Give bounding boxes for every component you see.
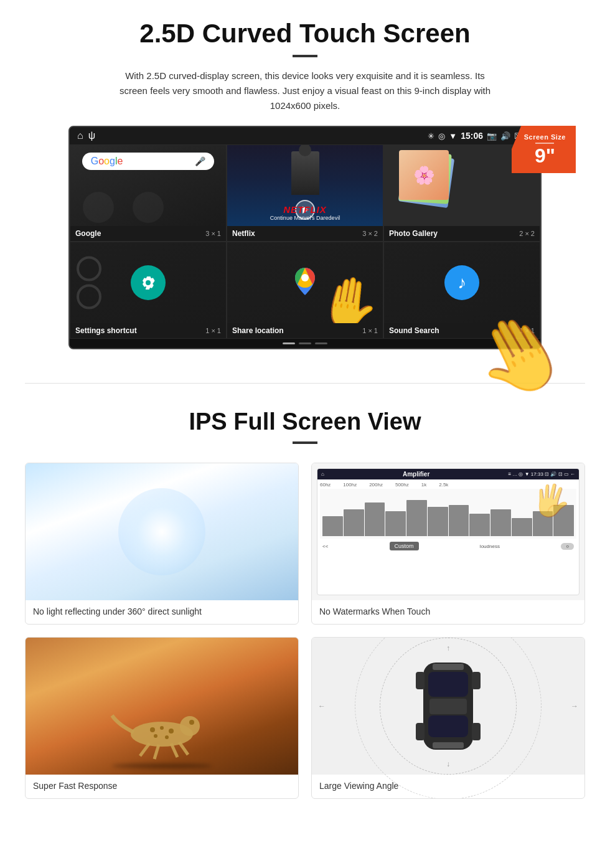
status-bar: ⌂ ψ ✳ ◎ ▼ 15:06 📷 🔊 ☒ ▭: [70, 127, 540, 144]
device-container: Screen Size 9" ⌂ ψ ✳ ◎ ▼ 15:06 📷 🔊 ☒: [68, 126, 542, 349]
svg-line-9: [140, 743, 149, 756]
share-cell-inner: 🤚: [227, 242, 383, 323]
cheetah-shadow: [112, 763, 212, 768]
eq-bar-4: [385, 511, 406, 536]
app-grid-row1: Google 🎤 Google 3 × 1: [70, 144, 540, 242]
eq-freq-200: 200hz: [369, 482, 383, 488]
g-blue: G: [91, 156, 98, 166]
svg-line-12: [179, 742, 188, 755]
eq-bar-10: [512, 518, 532, 536]
share-label-text: Share location: [232, 326, 284, 335]
device-screen: ⌂ ψ ✳ ◎ ▼ 15:06 📷 🔊 ☒ ▭: [68, 126, 542, 349]
eq-toggle[interactable]: ○: [561, 543, 574, 550]
app-grid-row2: Settings shortcut 1 × 1: [70, 242, 540, 339]
usb-icon: ψ: [88, 130, 95, 141]
g-red2: e: [117, 156, 123, 166]
eq-footer: << Custom loudness ○: [320, 540, 576, 552]
svg-point-8: [189, 720, 194, 725]
music-note-icon: ♪: [458, 273, 466, 293]
badge-divider: [535, 143, 554, 144]
svg-point-2: [150, 727, 155, 732]
settings-cell-inner: [70, 242, 226, 323]
nav-dot-1: [283, 342, 295, 344]
google-logo: Google: [91, 156, 123, 167]
google-label-text: Google: [75, 229, 101, 238]
eq-freq-500: 500hz: [395, 482, 409, 488]
sound-label-text: Sound Search: [389, 326, 439, 335]
sunlight-caption: No light reflecting under 360° direct su…: [26, 600, 298, 624]
gallery-label-text: Photo Gallery: [389, 229, 438, 238]
watermarks-image: ⌂ Amplifier ≡ … ◎ ▼ 17:33 ⊡ 🔊 ⊡ ▭ ← 60hz…: [312, 463, 584, 600]
netflix-logo: NETFLIX: [227, 204, 383, 215]
hand-pointing-icon: 🤚: [313, 269, 383, 323]
angle-label-right: →: [571, 702, 578, 710]
eq-bar-5: [406, 500, 427, 536]
title-divider: [293, 55, 317, 57]
gmaps-icon: [289, 265, 321, 298]
google-search-bar[interactable]: Google 🎤: [82, 153, 215, 170]
eq-bar-1: [322, 516, 343, 536]
cheetah-image: [26, 638, 298, 775]
eq-status-home: ⌂: [321, 471, 324, 477]
feature-card-cheetah: Super Fast Response: [25, 637, 299, 799]
app-cell-settings[interactable]: Settings shortcut 1 × 1: [70, 242, 227, 339]
app-cell-share[interactable]: 🤚 Share location 1 × 1: [227, 242, 383, 339]
nav-dot-3: [315, 342, 327, 344]
eq-bar-8: [469, 514, 490, 536]
cheetah-svg: [100, 687, 224, 762]
section1-description: With 2.5D curved-display screen, this de…: [118, 68, 492, 113]
angle-label: ↑: [446, 644, 450, 653]
netflix-label: Netflix 3 × 2: [227, 226, 383, 241]
badge-size: 9": [524, 146, 566, 166]
angle-label-bottom: ↓: [446, 760, 450, 768]
eq-screen-wrapper: ⌂ Amplifier ≡ … ◎ ▼ 17:33 ⊡ 🔊 ⊡ ▭ ← 60hz…: [317, 468, 580, 595]
eq-status-icons: ≡ … ◎ ▼ 17:33 ⊡ 🔊 ⊡ ▭ ←: [508, 471, 575, 477]
g-yellow: o: [104, 156, 110, 166]
wifi-icon: ▼: [449, 131, 457, 141]
app-cell-netflix[interactable]: NETFLIX Continue Marvel's Daredevil Netf…: [227, 144, 383, 242]
eq-bar-9: [490, 509, 511, 536]
eq-bar-7: [449, 505, 469, 536]
google-label-size: 3 × 1: [205, 230, 221, 237]
svg-point-4: [169, 729, 174, 734]
angle-label-left: ←: [318, 702, 326, 710]
sun-glow: [118, 488, 205, 575]
eq-nav-arrows: <<: [322, 544, 328, 549]
eq-status-bar: ⌂ Amplifier ≡ … ◎ ▼ 17:33 ⊡ 🔊 ⊡ ▭ ←: [317, 469, 579, 479]
camera-icon: 📷: [487, 131, 497, 141]
feature-card-watermarks: ⌂ Amplifier ≡ … ◎ ▼ 17:33 ⊡ 🔊 ⊡ ▭ ← 60hz…: [311, 463, 585, 625]
section-ips: IPS Full Screen View No light reflecting…: [0, 402, 610, 818]
google-mic-icon[interactable]: 🎤: [195, 156, 205, 166]
share-label: Share location 1 × 1: [227, 323, 383, 338]
sound-icon-circle: ♪: [444, 265, 479, 300]
gmaps-icon-wrapper: [289, 265, 321, 300]
section1-title: 2.5D Curved Touch Screen: [37, 19, 573, 49]
svg-point-3: [160, 726, 164, 730]
app-cell-google[interactable]: Google 🎤 Google 3 × 1: [70, 144, 227, 242]
google-label: Google 3 × 1: [70, 226, 226, 241]
eq-freq-100: 100hz: [343, 482, 357, 488]
settings-icon-circle: [131, 265, 166, 300]
title-divider2: [293, 441, 317, 444]
netflix-label-text: Netflix: [232, 229, 255, 238]
volume-icon: 🔊: [500, 131, 510, 141]
location-icon: ◎: [438, 131, 445, 141]
eq-custom-btn[interactable]: Custom: [390, 542, 419, 550]
eq-content: 60hz 100hz 200hz 500hz 1k 2.5k: [317, 479, 579, 555]
photo-stack: 🌸: [389, 150, 451, 212]
svg-point-7: [180, 716, 200, 736]
svg-point-6: [165, 735, 169, 739]
sunlight-image: [26, 463, 298, 600]
g-red: o: [98, 156, 104, 166]
google-cell-inner: Google 🎤: [70, 145, 226, 226]
eq-bar-6: [428, 507, 448, 536]
svg-point-0: [301, 274, 309, 281]
gallery-label-size: 2 × 2: [519, 230, 535, 237]
svg-point-5: [154, 734, 157, 738]
netflix-cell-inner: NETFLIX Continue Marvel's Daredevil: [227, 145, 383, 226]
netflix-overlay: NETFLIX Continue Marvel's Daredevil: [227, 204, 383, 221]
section-curved-touch: 2.5D Curved Touch Screen With 2.5D curve…: [0, 0, 610, 364]
daredevil-figure: [291, 151, 319, 195]
feature-card-sunlight: No light reflecting under 360° direct su…: [25, 463, 299, 625]
gear-icon: [138, 273, 158, 293]
